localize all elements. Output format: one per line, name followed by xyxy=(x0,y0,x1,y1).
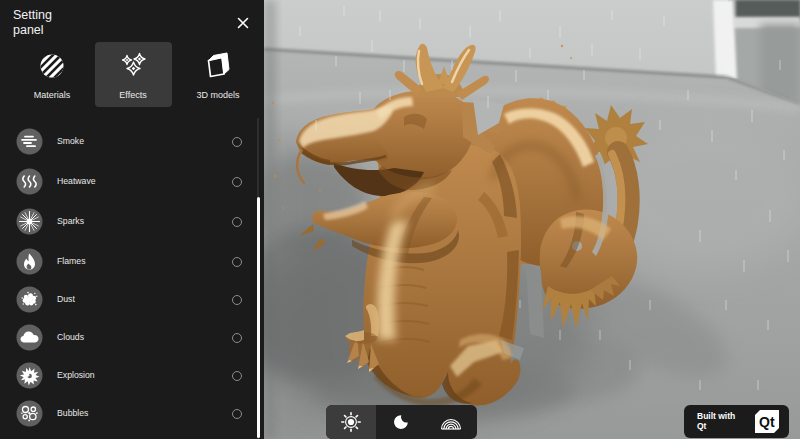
svg-text:Qt: Qt xyxy=(759,414,775,430)
